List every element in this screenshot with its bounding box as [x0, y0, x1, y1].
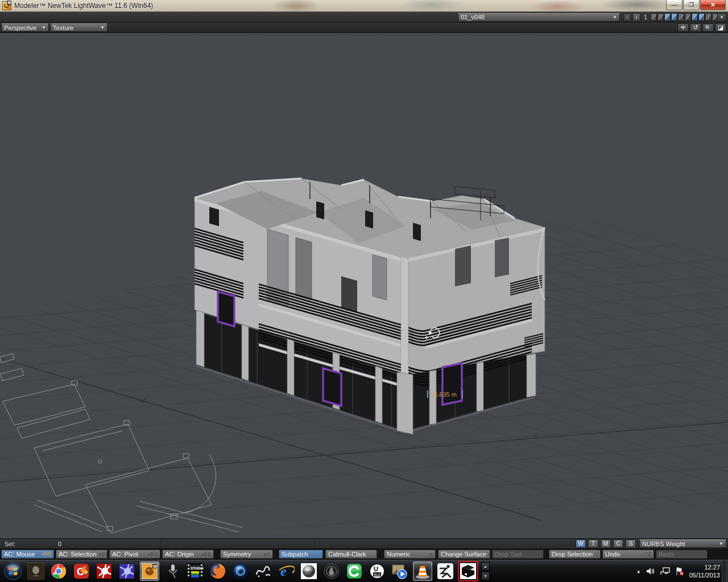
maximize-button[interactable]: ❐ — [683, 0, 700, 10]
axis-x-label: x — [533, 431, 537, 439]
vmap-mode-buttons: WTMCS — [576, 539, 636, 548]
taskbar-powerdvd-icon[interactable] — [231, 562, 250, 581]
selection-count: 0 — [40, 541, 61, 547]
scroll-up-icon: ▲ — [481, 562, 490, 571]
layer-button-8[interactable] — [698, 13, 705, 21]
floorplan-wireframe — [0, 354, 242, 533]
prev-bank-button[interactable]: ‹ — [623, 13, 631, 22]
action-drop-tool: Drop Tool — [492, 550, 544, 559]
action-toolbar: AC: Mouse+F5AC: Selection+F8AC: Pivot+F7… — [0, 549, 728, 560]
show-desktop-button[interactable] — [722, 560, 728, 582]
object-selector[interactable]: 01_v048 ▼ — [458, 13, 620, 22]
network-icon[interactable] — [660, 567, 670, 575]
taskbar-game-portrait-icon[interactable] — [26, 562, 46, 581]
vmap-mode-c[interactable]: C — [613, 539, 623, 548]
expand-viewport-button[interactable]: ◪ — [715, 23, 726, 32]
zoom-viewport-button[interactable]: 🔍 — [702, 23, 714, 32]
layer-button-3[interactable] — [664, 13, 671, 21]
viewport-canvas[interactable]: +Z x — [0, 33, 728, 538]
svg-text:e: e — [280, 564, 287, 579]
layer-button-7[interactable] — [692, 13, 698, 21]
svg-text:M: M — [154, 564, 157, 568]
action-drop-selection[interactable]: Drop Selection/ — [549, 550, 601, 559]
taskbar-material-sphere-icon[interactable] — [299, 562, 318, 581]
action-subpatch[interactable]: Subpatch — [279, 550, 323, 559]
building-model — [195, 178, 545, 434]
layer-button-1[interactable] — [651, 13, 657, 21]
object-bar: 01_v048 ▼ ‹ › 1 ▼ — [0, 12, 728, 23]
title-bar[interactable]: M Modeler™ NewTek LightWave™ 11.6 (Win64… — [0, 0, 728, 12]
action-catmull-clark[interactable]: Catmull-Clark — [325, 550, 377, 559]
clock-time: 12:27 — [689, 563, 720, 571]
divider — [315, 539, 316, 548]
layer-button-4[interactable] — [671, 13, 677, 21]
scroll-down-icon: ▼ — [481, 572, 490, 580]
app-icon[interactable]: M — [2, 1, 11, 10]
svg-text:BLE: BLE — [374, 573, 380, 576]
taskbar-lightwave-modeler-icon[interactable]: M — [140, 562, 159, 581]
taskbar: CMSTUDIOeUBLE ▲▼ ▲ 12:27 05/11/2013 — [0, 560, 728, 582]
taskbar-chrome-icon[interactable] — [49, 562, 68, 581]
show-hidden-icons-button[interactable]: ▲ — [636, 569, 641, 574]
layer-button-6[interactable] — [685, 13, 691, 21]
svg-text:U: U — [374, 566, 378, 572]
taskbar-microphone-icon[interactable] — [163, 562, 182, 581]
action-center-flag-icon[interactable] — [675, 567, 684, 576]
taskbar-media-preview-icon[interactable] — [390, 562, 410, 581]
taskbar-zbrush-icon[interactable] — [436, 562, 455, 581]
taskbar-lightwave-blue-icon[interactable] — [117, 562, 136, 581]
chevron-down-icon: ▼ — [609, 15, 617, 20]
window-title: Modeler™ NewTek LightWave™ 11.6 (Win64) — [14, 2, 153, 10]
taskbar-vlc-icon[interactable] — [413, 562, 432, 581]
taskbar-clock[interactable]: 12:27 05/11/2013 — [689, 563, 720, 579]
viewport-tools: ✛↺🔍◪ — [677, 23, 726, 32]
layer-dropdown-button[interactable]: ▼ — [717, 13, 726, 22]
action-ac-mouse[interactable]: AC: Mouse+F5 — [1, 550, 54, 559]
vmap-mode-w[interactable]: W — [576, 539, 586, 548]
action-symmetry[interactable]: Symmetry+Y — [220, 550, 273, 559]
action-undo[interactable]: Undo^Z — [602, 550, 654, 559]
action-ac-selection[interactable]: AC: Selection+F8 — [56, 550, 107, 559]
minimize-button[interactable]: — — [666, 0, 682, 10]
taskbar-start-button[interactable] — [3, 562, 23, 581]
taskbar-uble-icon[interactable]: UBLE — [367, 562, 387, 581]
taskbar-overflow-scroller[interactable]: ▲▼ — [481, 562, 490, 580]
next-bank-button[interactable]: › — [632, 13, 640, 22]
axis-z-label: +Z — [138, 397, 146, 404]
render-mode-dropdown[interactable]: Texture▼ — [50, 23, 107, 32]
speaker-icon[interactable] — [646, 567, 655, 575]
action-ac-pivot[interactable]: AC: Pivot+F7 — [109, 550, 160, 559]
layer-button-9[interactable] — [705, 13, 712, 21]
taskbar-studio-icon[interactable]: STUDIO — [185, 562, 205, 581]
modeler-window: M Modeler™ NewTek LightWave™ 11.6 (Win64… — [0, 0, 728, 582]
svg-text:16.635 m: 16.635 m — [431, 391, 457, 398]
action-redo: Redo — [656, 550, 708, 559]
bank-number: 1 — [642, 14, 650, 20]
close-button[interactable]: ✕ — [700, 0, 726, 10]
layer-button-2[interactable] — [657, 13, 664, 21]
svg-text:STUDIO: STUDIO — [191, 567, 204, 570]
layer-button-5[interactable] — [678, 13, 684, 21]
view-mode-dropdown[interactable]: Perspective▼ — [1, 23, 49, 32]
action-change-surface[interactable]: Change Surfaceq — [438, 550, 490, 559]
pan-viewport-button[interactable]: ✛ — [677, 23, 689, 32]
taskbar-flame-ring-icon[interactable] — [322, 562, 341, 581]
taskbar-signature-swirl-icon[interactable] — [254, 562, 273, 581]
taskbar-firefox-icon[interactable] — [208, 562, 228, 581]
taskbar-internet-explorer-icon[interactable]: e — [276, 562, 296, 581]
vmap-mode-t[interactable]: T — [588, 539, 598, 548]
vmap-mode-s[interactable]: S — [626, 539, 636, 548]
taskbar-lightwave-layout-icon[interactable] — [94, 562, 114, 581]
clock-date: 05/11/2013 — [689, 571, 720, 579]
vmap-selector[interactable]: NURBS Weight ▼ — [639, 539, 726, 548]
taskbar-cube-app-icon[interactable] — [458, 562, 478, 581]
vmap-mode-m[interactable]: M — [601, 539, 611, 548]
action-numeric[interactable]: Numericn — [384, 550, 436, 559]
rotate-viewport-button[interactable]: ↺ — [690, 23, 701, 32]
taskbar-ccleaner-icon[interactable]: C — [72, 562, 91, 581]
system-tray: ▲ 12:27 05/11/2013 — [636, 560, 720, 582]
modeler-m-badge: M — [7, 1, 11, 5]
taskbar-bitcomet-icon[interactable] — [345, 562, 364, 581]
action-ac-origin[interactable]: AC: Origin+F6 — [162, 550, 214, 559]
object-selector-value: 01_v048 — [461, 14, 485, 20]
